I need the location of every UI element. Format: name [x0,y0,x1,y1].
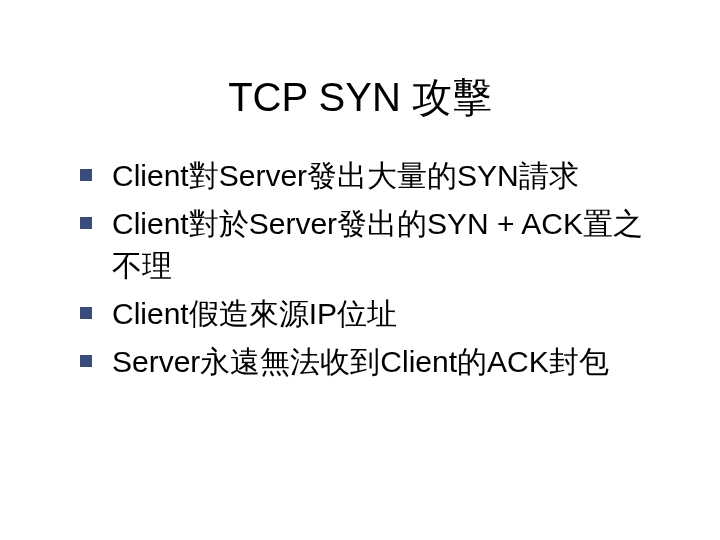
bullet-list: Client對Server發出大量的SYN請求 Client對於Server發出… [80,155,660,383]
bullet-icon [80,217,92,229]
list-item: Client假造來源IP位址 [80,293,660,335]
bullet-text: Client假造來源IP位址 [112,293,397,335]
slide-title: TCP SYN 攻擊 [0,70,720,125]
bullet-text: Client對於Server發出的SYN + ACK置之不理 [112,203,660,287]
bullet-text: Client對Server發出大量的SYN請求 [112,155,579,197]
bullet-icon [80,355,92,367]
slide: TCP SYN 攻擊 Client對Server發出大量的SYN請求 Clien… [0,0,720,540]
list-item: Client對於Server發出的SYN + ACK置之不理 [80,203,660,287]
list-item: Server永遠無法收到Client的ACK封包 [80,341,660,383]
bullet-icon [80,169,92,181]
bullet-icon [80,307,92,319]
bullet-text: Server永遠無法收到Client的ACK封包 [112,341,609,383]
list-item: Client對Server發出大量的SYN請求 [80,155,660,197]
